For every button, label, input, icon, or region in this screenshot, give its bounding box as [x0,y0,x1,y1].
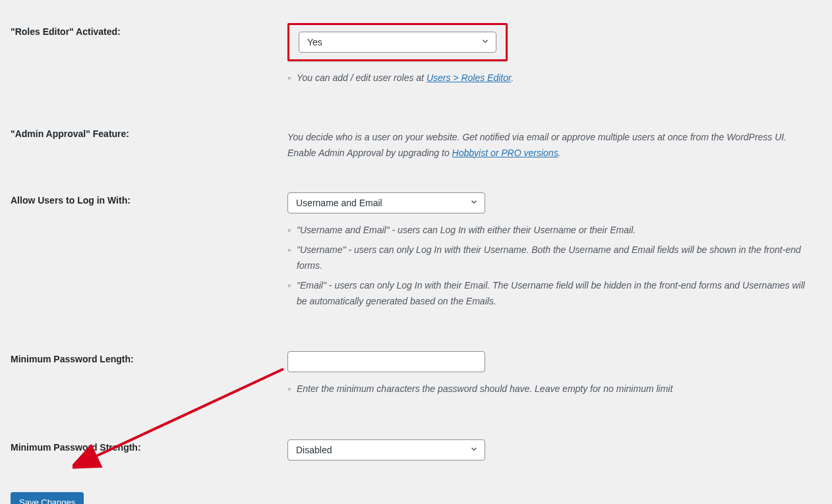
label-admin-approval: "Admin Approval" Feature: [11,103,287,175]
min-pw-length-input[interactable] [287,351,485,372]
desc-item: "Email" - users can only Log In with the… [287,278,815,310]
roles-editor-link[interactable]: Users > Roles Editor [427,72,511,83]
desc-text: . [558,148,561,158]
row-roles-editor: "Roles Editor" Activated: Yes You can ad [11,13,821,103]
admin-approval-upgrade-link[interactable]: Hobbyist or PRO versions [452,148,558,158]
row-login-with: Allow Users to Log in With: Username and… [11,174,821,326]
settings-form: "Roles Editor" Activated: Yes You can ad [11,13,821,474]
row-min-pw-length: Minimum Password Length: Enter the minim… [11,326,821,414]
desc-item: "Username" - users can only Log In with … [287,242,815,274]
label-min-pw-strength: Minimum Password Strength: [11,414,287,474]
label-roles-editor: "Roles Editor" Activated: [11,13,287,103]
save-button[interactable]: Save Changes [11,492,84,504]
roles-editor-description: You can add / edit user roles at Users >… [287,70,815,86]
label-min-pw-length: Minimum Password Length: [11,326,287,414]
login-with-description: "Username and Email" - users can Log In … [287,223,815,309]
label-login-with: Allow Users to Log in With: [11,174,287,326]
desc-text: . [511,72,514,83]
min-pw-length-description: Enter the minimum characters the passwor… [287,381,815,397]
row-admin-approval: "Admin Approval" Feature: You decide who… [11,103,821,175]
desc-item: "Username and Email" - users can Log In … [287,223,815,238]
admin-approval-description: You decide who is a user on your website… [287,130,808,161]
row-min-pw-strength: Minimum Password Strength: Disabled [11,414,821,474]
roles-editor-select[interactable]: Yes [299,32,496,53]
desc-text: You can add / edit user roles at [297,72,427,83]
highlight-roles-editor: Yes [287,23,508,61]
min-pw-strength-select[interactable]: Disabled [287,439,485,461]
desc-item: Enter the minimum characters the passwor… [287,381,815,397]
login-with-select[interactable]: Username and Email [287,192,485,213]
